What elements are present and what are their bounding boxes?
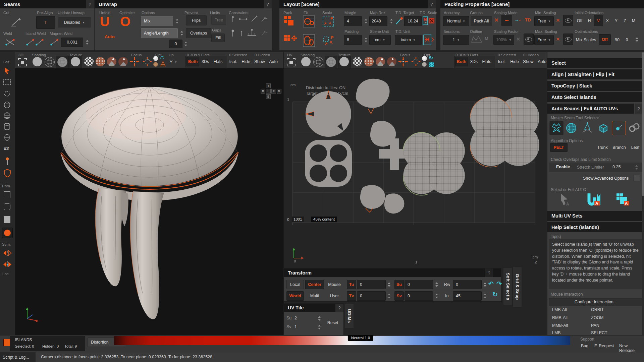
texture-dots-icon[interactable] — [96, 57, 105, 66]
scale-pack-small-icon[interactable]: P — [322, 34, 336, 48]
grid-sphere-icon[interactable] — [3, 112, 11, 121]
rotate-cw-icon[interactable]: ↻ — [492, 291, 498, 298]
min-scaling-dropdown[interactable]: Free▼ — [534, 16, 554, 26]
texture-plain-box[interactable] — [338, 56, 351, 68]
axis-back[interactable]: B — [261, 89, 265, 94]
texture-image2-icon[interactable] — [387, 57, 396, 66]
max-scaling-dropdown[interactable]: Free▼ — [534, 35, 554, 45]
weld-icon[interactable] — [5, 38, 16, 48]
tv-toggle[interactable]: Tv — [347, 291, 356, 301]
max-scaling-eye-box[interactable] — [563, 34, 573, 45]
in-spinner[interactable] — [482, 291, 488, 301]
show-button[interactable]: Show — [522, 57, 535, 66]
mirror-v-icon[interactable] — [3, 260, 12, 270]
mirror-h-icon[interactable] — [3, 249, 12, 258]
script-log-button[interactable]: Script & Log... — [0, 352, 36, 362]
texture-checker-icon[interactable] — [353, 57, 362, 66]
grid-toggle-icon[interactable] — [429, 62, 434, 67]
viewport-3d[interactable]: 3D Shading Texture Focus Opt. ⬭ Up Y▼ — [15, 52, 283, 335]
focus-all-icon[interactable] — [142, 56, 153, 68]
section-help-select[interactable]: Help Select (Islands) — [547, 222, 644, 232]
texture-checker-icon[interactable] — [84, 57, 94, 66]
td-eyedropper-icon[interactable] — [395, 16, 404, 27]
scrollbar-thumb[interactable] — [642, 52, 644, 196]
shading-wireshade-box[interactable] — [325, 56, 337, 68]
sphere-brush-icon[interactable] — [3, 101, 11, 110]
tu-toggle[interactable]: Tu — [347, 280, 356, 289]
pelt-mode-button[interactable]: PELT — [550, 143, 568, 152]
redo-rotate-icon[interactable]: ↷ — [496, 280, 502, 288]
frame-all-icon[interactable] — [286, 58, 296, 68]
shield-protect-icon[interactable] — [4, 169, 11, 179]
pack-icon[interactable] — [283, 15, 296, 29]
pin-axes-icon[interactable] — [246, 28, 258, 39]
section-align-straighten[interactable]: Align | Straighten | Flip | Fit — [547, 69, 644, 79]
texture-image2-icon[interactable] — [118, 57, 128, 66]
pin-edge-icon[interactable] — [239, 15, 248, 24]
overlaps-button[interactable]: Overlaps — [186, 28, 211, 38]
orient-h-button[interactable]: H — [585, 15, 594, 26]
scaling-mode-td-icon[interactable]: TD — [525, 17, 531, 22]
fill-button[interactable]: Fill — [211, 34, 225, 42]
td-scale-both-icon[interactable] — [422, 15, 435, 28]
filter-flats-button[interactable]: Flats — [480, 57, 493, 66]
scaling-factor-dropdown[interactable]: 100%▼ — [493, 35, 514, 45]
optimize-icon[interactable]: O — [120, 14, 130, 29]
padding-field[interactable]: 8 — [344, 35, 362, 45]
map-rez-field[interactable]: 2048 — [369, 16, 387, 26]
tab-udims[interactable]: UDIMs — [344, 304, 354, 328]
tv-field[interactable]: 0 — [357, 291, 386, 301]
support-bug-link[interactable]: Bug — [581, 344, 588, 348]
shading-wireshade-box[interactable] — [56, 56, 69, 68]
cut-brush-icon[interactable] — [9, 16, 23, 29]
support-new-release-link[interactable]: New Release — [619, 344, 644, 353]
padding-spinner[interactable] — [363, 34, 369, 46]
td-unit-dropdown[interactable]: tx/cm▼ — [395, 35, 422, 45]
outline-polygon-icon[interactable] — [471, 35, 483, 46]
leaf-button[interactable]: Leaf — [629, 143, 642, 152]
mix-dropdown[interactable]: Mix — [141, 16, 173, 26]
su-toggle[interactable]: Su — [394, 280, 404, 289]
tool-pelt-icon[interactable] — [549, 121, 564, 135]
axis-front[interactable]: F — [271, 89, 276, 94]
angle-length-spinner[interactable] — [179, 28, 184, 38]
pin-small-icon[interactable] — [239, 29, 244, 39]
tab-grid-snap[interactable]: Grid & Snap — [513, 266, 522, 307]
pin-diagonal-icon[interactable] — [250, 15, 258, 24]
su-spinner[interactable] — [434, 280, 439, 289]
unwrap-iterations-spinner[interactable] — [183, 39, 189, 49]
transform-help-button[interactable]: ? — [485, 268, 493, 277]
uv-tile-reset-button[interactable]: Reset — [325, 318, 341, 327]
prim-circle-icon[interactable] — [2, 228, 13, 238]
auto-pack-icon[interactable]: A — [616, 193, 631, 207]
filter-both-button[interactable]: Both — [455, 57, 468, 66]
min-scaling-clear-icon[interactable]: ✕ — [556, 17, 560, 23]
uv-tile-sv-spinner[interactable] — [317, 323, 322, 331]
axis-nav-widget[interactable]: T B L F R B — [259, 83, 281, 101]
rect-select-icon[interactable] — [3, 79, 11, 85]
scaling-factor-clear-icon[interactable]: ✕ — [516, 36, 521, 42]
scene-unit-dropdown[interactable]: cm▼ — [369, 35, 391, 45]
world-button[interactable]: World — [286, 291, 304, 301]
scaling-factor-eye-box[interactable] — [524, 34, 534, 45]
support-frequest-link[interactable]: F. Request — [594, 344, 614, 348]
pin-constraint-icon[interactable] — [229, 15, 236, 24]
filter-3ds-button[interactable]: 3Ds — [200, 57, 211, 66]
right-panel-scrollbar[interactable] — [642, 52, 644, 335]
auto-button[interactable]: Auto — [267, 57, 280, 66]
prim-square-icon[interactable] — [4, 191, 10, 198]
tool-cone-icon[interactable] — [582, 122, 593, 135]
mix-scales-button[interactable]: Mix Scales — [574, 35, 598, 45]
distortion-gradient-bar[interactable] — [114, 336, 570, 345]
uv-tile-help-button[interactable]: ? — [335, 304, 343, 312]
sv-field[interactable]: 0 — [405, 291, 433, 301]
iterations-dropdown[interactable]: 1▼ — [443, 35, 469, 45]
magnet-weld-spinner[interactable] — [85, 37, 90, 48]
wire-overlay-icon[interactable] — [160, 61, 166, 68]
matcap-sphere-icon[interactable] — [422, 62, 427, 67]
orient-v-button[interactable]: V — [594, 15, 603, 26]
filter-flats-button[interactable]: Flats — [211, 57, 225, 66]
uv-tile-su-spinner[interactable] — [317, 314, 322, 322]
tool-sphere-icon[interactable] — [566, 122, 577, 135]
margin-spinner[interactable] — [363, 15, 369, 27]
